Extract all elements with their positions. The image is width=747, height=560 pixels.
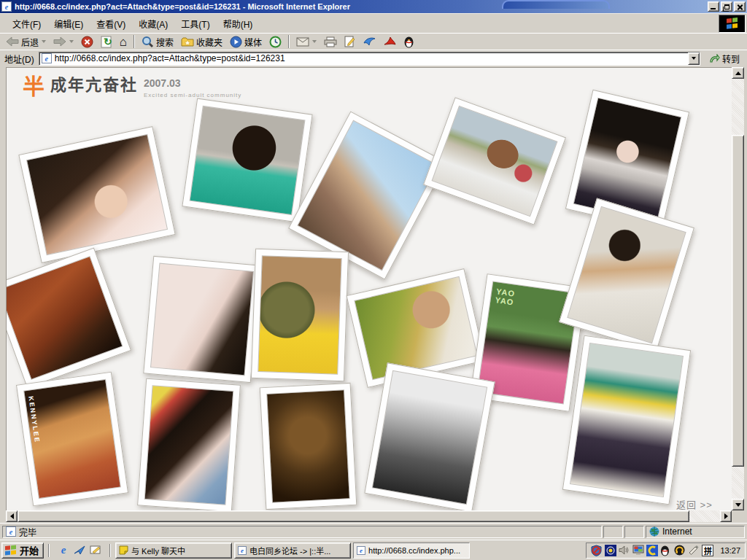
media-button[interactable]: 媒体 [227,34,265,50]
tray-pen-icon[interactable] [688,545,700,556]
favorites-button[interactable]: 收藏夹 [178,34,225,50]
back-link[interactable]: 返回 >> [676,497,713,510]
restore-button[interactable] [721,1,732,12]
scroll-left-button[interactable] [6,510,18,522]
photo-boy-angel-wings [182,98,312,223]
thunder-download-button[interactable] [360,34,379,50]
ie-page-icon: e [1,1,12,12]
home-button[interactable]: ⌂ [117,34,130,50]
forward-dropdown-icon [69,40,74,43]
taskbar-clock[interactable]: 13:27 [720,546,740,555]
ime-indicator[interactable]: 拼 [702,545,713,556]
red-flame-icon [383,36,396,47]
photo-label-kennylee-pout: KENNYLEE [26,396,40,444]
scroll-up-button[interactable] [732,67,744,79]
ie-page-icon: e [42,53,52,63]
qq-button[interactable] [400,34,417,50]
print-button[interactable] [321,34,340,50]
menu-tools[interactable]: 工具(T) [174,15,216,32]
quick-launch-ie-icon[interactable]: e [58,545,69,556]
edit-icon [344,36,355,47]
tray-radar-icon[interactable] [605,545,616,556]
stop-icon [81,36,93,48]
photo-image-boy-sepia-glasses [267,390,349,502]
mail-button[interactable] [293,34,320,50]
scroll-right-button[interactable] [720,510,732,522]
site-logo: 半 成年亢奋社 2007.03 Excited semi-adult commu… [23,77,241,99]
menu-view[interactable]: 查看(V) [90,15,132,32]
standard-toolbar: 后退 ↻ ⌂ 搜索 收藏夹 媒体 [0,33,747,50]
menu-file[interactable]: 文件(F) [6,15,47,32]
qq-penguin-icon [403,36,414,48]
taskbar: 开始 e 与 Kelly 聊天中 e 电白同乡论坛 -> |::半... e h… [0,540,747,560]
status-empty-panel [624,526,644,538]
security-zone-panel: Internet [646,526,745,538]
address-dropdown-button[interactable] [688,52,700,65]
task-current-window[interactable]: e http://0668.cc/index.php... [353,542,470,559]
minimize-button[interactable] [708,1,719,12]
scrollbar-corner [732,510,744,522]
task-forum-window[interactable]: e 电白同乡论坛 -> |::半... [234,542,351,559]
triangle-up-icon [735,71,741,75]
back-button[interactable]: 后退 [3,34,49,50]
internet-globe-icon [649,526,659,537]
edit-button[interactable] [341,34,358,50]
tray-qq-icon[interactable] [660,545,672,556]
horizontal-scrollbar[interactable] [6,510,732,522]
ie-page-icon: e [6,526,16,537]
tray-music-player-icon[interactable] [674,545,686,556]
ie-page-icon: e [238,546,247,555]
tray-display-icon[interactable] [632,545,644,556]
title-bar[interactable]: e http://0668.cc/index.php?act=Attach&ty… [0,0,747,13]
close-icon [735,2,745,11]
photo-image-girl-dark-fringe [574,98,681,222]
refresh-arrows-icon: ↻ [104,36,112,47]
quick-launch-blue-arrow-icon[interactable] [74,545,85,556]
vertical-scroll-thumb[interactable] [732,135,744,467]
mail-icon [296,37,309,47]
photo-image-boy-angel-wings [190,106,305,214]
logo-title: 成年亢奋社 [50,77,138,94]
menu-favorites[interactable]: 收藏(A) [132,15,174,32]
windows-flag-icon [724,18,740,31]
logo-subtitle: Excited semi-adult community [144,92,241,98]
scroll-down-button[interactable] [732,499,744,510]
toolbar-separator [288,35,290,48]
triangle-left-icon [10,513,14,519]
menu-help[interactable]: 帮助(H) [217,15,260,32]
media-icon [230,36,242,48]
stop-button[interactable] [78,34,96,50]
system-tray: 拼 13:27 [586,542,746,559]
horizontal-scroll-thumb[interactable] [18,510,689,522]
go-button[interactable]: 转到 [705,51,744,66]
flashget-button[interactable] [380,34,399,50]
photo-boy-outdoors [423,97,566,225]
close-button[interactable] [734,1,746,12]
tray-antivirus-disabled-icon[interactable] [591,545,603,556]
forward-button[interactable] [50,34,77,50]
show-desktop-icon[interactable] [90,545,101,556]
zone-text: Internet [662,526,692,537]
address-bar: 地址(D) e http://0668.cc/index.php?act=Att… [0,50,747,66]
photo-boy-headband-vest [562,335,691,505]
address-url: http://0668.cc/index.php?act=Attach&type… [55,53,685,63]
taskbar-separator [48,544,50,557]
ie-page-icon: e [357,546,365,555]
tray-flashget-icon[interactable] [646,545,658,556]
photo-red-hair-closeup [6,248,131,389]
menu-bar: 文件(F) 编辑(E) 查看(V) 收藏(A) 工具(T) 帮助(H) [0,13,747,33]
vertical-scrollbar[interactable] [732,67,744,510]
history-button[interactable] [266,34,285,50]
task-qq-chat[interactable]: 与 Kelly 聊天中 [115,542,232,559]
logo-mark: 半 [23,77,44,96]
address-label: 地址(D) [3,52,39,65]
tray-volume-icon[interactable] [619,545,630,556]
menu-edit[interactable]: 编辑(E) [47,15,90,32]
start-button[interactable]: 开始 [1,542,44,559]
refresh-button[interactable]: ↻ [98,34,115,50]
photo-image-kennylee-pout: KENNYLEE [24,380,120,498]
address-input[interactable]: e http://0668.cc/index.php?act=Attach&ty… [39,52,700,66]
toolbar-separator [133,35,135,48]
photo-image-girl-denim [145,386,233,504]
search-button[interactable]: 搜索 [139,34,177,50]
